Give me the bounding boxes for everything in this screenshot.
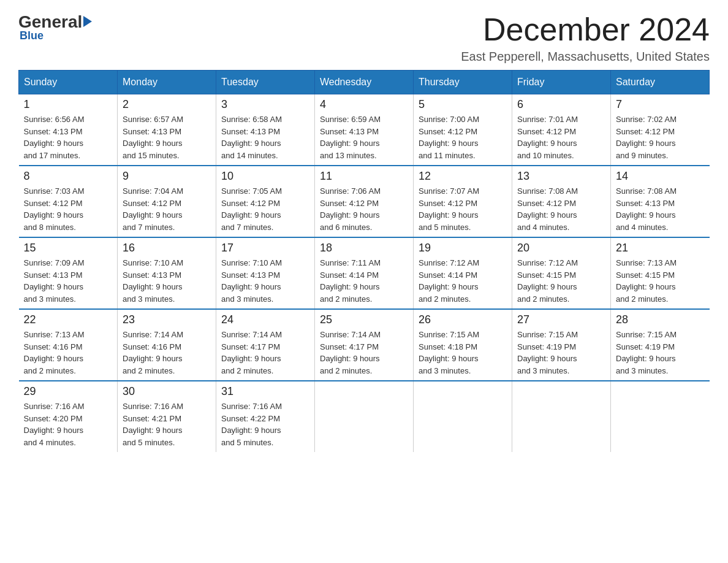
weekday-header-tuesday: Tuesday xyxy=(216,71,315,94)
calendar-cell: 22Sunrise: 7:13 AM Sunset: 4:16 PM Dayli… xyxy=(19,309,118,381)
day-info: Sunrise: 7:06 AM Sunset: 4:12 PM Dayligh… xyxy=(320,185,408,233)
calendar-cell: 6Sunrise: 7:01 AM Sunset: 4:12 PM Daylig… xyxy=(512,94,611,166)
day-number: 10 xyxy=(221,170,309,183)
day-number: 21 xyxy=(616,242,705,255)
day-number: 14 xyxy=(616,170,705,183)
day-number: 19 xyxy=(419,242,507,255)
day-info: Sunrise: 6:57 AM Sunset: 4:13 PM Dayligh… xyxy=(123,113,211,161)
calendar-cell xyxy=(611,381,710,452)
calendar-cell: 24Sunrise: 7:14 AM Sunset: 4:17 PM Dayli… xyxy=(216,309,315,381)
day-info: Sunrise: 7:08 AM Sunset: 4:12 PM Dayligh… xyxy=(517,185,605,233)
calendar-week-row: 15Sunrise: 7:09 AM Sunset: 4:13 PM Dayli… xyxy=(19,237,710,309)
calendar-week-row: 1Sunrise: 6:56 AM Sunset: 4:13 PM Daylig… xyxy=(19,94,710,166)
calendar-cell: 4Sunrise: 6:59 AM Sunset: 4:13 PM Daylig… xyxy=(315,94,414,166)
day-number: 17 xyxy=(221,242,309,255)
weekday-header-friday: Friday xyxy=(512,71,611,94)
day-info: Sunrise: 7:03 AM Sunset: 4:12 PM Dayligh… xyxy=(24,185,113,233)
calendar-cell xyxy=(414,381,512,452)
day-number: 15 xyxy=(24,242,113,255)
day-info: Sunrise: 7:05 AM Sunset: 4:12 PM Dayligh… xyxy=(221,185,309,233)
calendar-cell: 2Sunrise: 6:57 AM Sunset: 4:13 PM Daylig… xyxy=(118,94,216,166)
calendar-cell: 31Sunrise: 7:16 AM Sunset: 4:22 PM Dayli… xyxy=(216,381,315,452)
day-info: Sunrise: 7:14 AM Sunset: 4:16 PM Dayligh… xyxy=(123,329,211,377)
day-info: Sunrise: 7:13 AM Sunset: 4:16 PM Dayligh… xyxy=(24,329,113,377)
day-number: 13 xyxy=(517,170,605,183)
day-info: Sunrise: 7:10 AM Sunset: 4:13 PM Dayligh… xyxy=(221,257,309,305)
calendar-cell: 8Sunrise: 7:03 AM Sunset: 4:12 PM Daylig… xyxy=(19,166,118,237)
calendar-cell xyxy=(315,381,414,452)
calendar-cell xyxy=(512,381,611,452)
calendar-cell: 13Sunrise: 7:08 AM Sunset: 4:12 PM Dayli… xyxy=(512,166,611,237)
day-info: Sunrise: 7:15 AM Sunset: 4:19 PM Dayligh… xyxy=(616,329,705,377)
calendar-cell: 27Sunrise: 7:15 AM Sunset: 4:19 PM Dayli… xyxy=(512,309,611,381)
day-info: Sunrise: 6:59 AM Sunset: 4:13 PM Dayligh… xyxy=(320,113,408,161)
calendar-cell: 14Sunrise: 7:08 AM Sunset: 4:13 PM Dayli… xyxy=(611,166,710,237)
calendar-cell: 12Sunrise: 7:07 AM Sunset: 4:12 PM Dayli… xyxy=(414,166,512,237)
day-info: Sunrise: 7:12 AM Sunset: 4:15 PM Dayligh… xyxy=(517,257,605,305)
calendar-cell: 15Sunrise: 7:09 AM Sunset: 4:13 PM Dayli… xyxy=(19,237,118,309)
calendar-cell: 19Sunrise: 7:12 AM Sunset: 4:14 PM Dayli… xyxy=(414,237,512,309)
calendar-cell: 18Sunrise: 7:11 AM Sunset: 4:14 PM Dayli… xyxy=(315,237,414,309)
calendar-cell: 7Sunrise: 7:02 AM Sunset: 4:12 PM Daylig… xyxy=(611,94,710,166)
calendar-week-row: 22Sunrise: 7:13 AM Sunset: 4:16 PM Dayli… xyxy=(19,309,710,381)
day-info: Sunrise: 7:14 AM Sunset: 4:17 PM Dayligh… xyxy=(320,329,408,377)
day-number: 24 xyxy=(221,313,309,326)
calendar-cell: 28Sunrise: 7:15 AM Sunset: 4:19 PM Dayli… xyxy=(611,309,710,381)
day-number: 30 xyxy=(123,385,211,398)
day-info: Sunrise: 7:16 AM Sunset: 4:20 PM Dayligh… xyxy=(24,400,113,448)
calendar-cell: 11Sunrise: 7:06 AM Sunset: 4:12 PM Dayli… xyxy=(315,166,414,237)
day-info: Sunrise: 7:16 AM Sunset: 4:22 PM Dayligh… xyxy=(221,400,309,448)
day-number: 8 xyxy=(24,170,113,183)
day-number: 2 xyxy=(123,98,211,111)
weekday-header-monday: Monday xyxy=(118,71,216,94)
day-number: 6 xyxy=(517,98,605,111)
calendar-week-row: 29Sunrise: 7:16 AM Sunset: 4:20 PM Dayli… xyxy=(19,381,710,452)
day-info: Sunrise: 7:07 AM Sunset: 4:12 PM Dayligh… xyxy=(419,185,507,233)
day-info: Sunrise: 7:02 AM Sunset: 4:12 PM Dayligh… xyxy=(616,113,705,161)
calendar-cell: 10Sunrise: 7:05 AM Sunset: 4:12 PM Dayli… xyxy=(216,166,315,237)
calendar-cell: 29Sunrise: 7:16 AM Sunset: 4:20 PM Dayli… xyxy=(19,381,118,452)
calendar-cell: 3Sunrise: 6:58 AM Sunset: 4:13 PM Daylig… xyxy=(216,94,315,166)
calendar-cell: 1Sunrise: 6:56 AM Sunset: 4:13 PM Daylig… xyxy=(19,94,118,166)
day-number: 31 xyxy=(221,385,309,398)
day-number: 23 xyxy=(123,313,211,326)
day-number: 25 xyxy=(320,313,408,326)
day-info: Sunrise: 7:11 AM Sunset: 4:14 PM Dayligh… xyxy=(320,257,408,305)
day-number: 7 xyxy=(616,98,705,111)
day-info: Sunrise: 7:15 AM Sunset: 4:18 PM Dayligh… xyxy=(419,329,507,377)
day-number: 18 xyxy=(320,242,408,255)
calendar-cell: 20Sunrise: 7:12 AM Sunset: 4:15 PM Dayli… xyxy=(512,237,611,309)
day-number: 16 xyxy=(123,242,211,255)
day-number: 4 xyxy=(320,98,408,111)
title-section: December 2024 East Pepperell, Massachuse… xyxy=(461,12,710,64)
day-info: Sunrise: 7:13 AM Sunset: 4:15 PM Dayligh… xyxy=(616,257,705,305)
calendar-table: SundayMondayTuesdayWednesdayThursdayFrid… xyxy=(18,70,710,452)
logo-triangle-icon xyxy=(83,16,92,27)
day-number: 28 xyxy=(616,313,705,326)
calendar-cell: 26Sunrise: 7:15 AM Sunset: 4:18 PM Dayli… xyxy=(414,309,512,381)
calendar-cell: 23Sunrise: 7:14 AM Sunset: 4:16 PM Dayli… xyxy=(118,309,216,381)
location-title: East Pepperell, Massachusetts, United St… xyxy=(461,50,710,64)
day-number: 1 xyxy=(24,98,113,111)
day-info: Sunrise: 7:16 AM Sunset: 4:21 PM Dayligh… xyxy=(123,400,211,448)
day-info: Sunrise: 7:14 AM Sunset: 4:17 PM Dayligh… xyxy=(221,329,309,377)
day-number: 9 xyxy=(123,170,211,183)
logo-blue-text: Blue xyxy=(20,29,44,42)
calendar-cell: 16Sunrise: 7:10 AM Sunset: 4:13 PM Dayli… xyxy=(118,237,216,309)
weekday-header-row: SundayMondayTuesdayWednesdayThursdayFrid… xyxy=(19,71,710,94)
calendar-cell: 25Sunrise: 7:14 AM Sunset: 4:17 PM Dayli… xyxy=(315,309,414,381)
day-number: 12 xyxy=(419,170,507,183)
weekday-header-sunday: Sunday xyxy=(19,71,118,94)
calendar-cell: 5Sunrise: 7:00 AM Sunset: 4:12 PM Daylig… xyxy=(414,94,512,166)
day-info: Sunrise: 7:10 AM Sunset: 4:13 PM Dayligh… xyxy=(123,257,211,305)
weekday-header-thursday: Thursday xyxy=(414,71,512,94)
day-number: 27 xyxy=(517,313,605,326)
day-info: Sunrise: 7:15 AM Sunset: 4:19 PM Dayligh… xyxy=(517,329,605,377)
day-number: 20 xyxy=(517,242,605,255)
logo: General Blue xyxy=(18,12,92,42)
day-number: 5 xyxy=(419,98,507,111)
page-header: General Blue December 2024 East Pepperel… xyxy=(18,12,710,64)
calendar-cell: 17Sunrise: 7:10 AM Sunset: 4:13 PM Dayli… xyxy=(216,237,315,309)
day-number: 29 xyxy=(24,385,113,398)
calendar-cell: 9Sunrise: 7:04 AM Sunset: 4:12 PM Daylig… xyxy=(118,166,216,237)
